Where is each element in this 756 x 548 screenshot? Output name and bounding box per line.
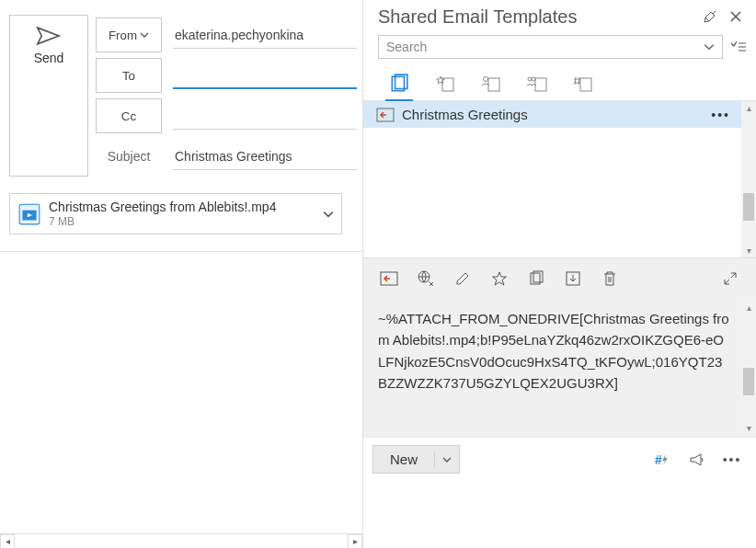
horizontal-scrollbar[interactable]: ◂ ▸ (0, 533, 362, 548)
attachment-size: 7 MB (49, 215, 276, 228)
copy-icon[interactable] (525, 268, 547, 290)
panel-title: Shared Email Templates (378, 6, 577, 28)
chevron-down-icon (140, 32, 149, 38)
panel-footer: New # ••• (363, 437, 756, 481)
scroll-down-icon[interactable]: ▾ (747, 245, 751, 256)
subject-row: Subject (96, 136, 357, 177)
send-label: Send (34, 51, 64, 65)
import-icon[interactable] (562, 268, 584, 290)
preview-toolbar (363, 257, 756, 299)
video-file-icon (17, 202, 41, 226)
scroll-up-icon[interactable]: ▴ (747, 301, 751, 315)
template-more-icon[interactable]: ••• (711, 108, 730, 122)
svg-rect-11 (535, 78, 546, 91)
from-button[interactable]: From (96, 17, 162, 52)
tab-favorites[interactable] (431, 68, 459, 101)
hash-bolt-icon[interactable]: # (651, 449, 673, 471)
megaphone-icon[interactable] (686, 449, 708, 471)
tab-personal[interactable] (477, 68, 505, 101)
scroll-thumb[interactable] (743, 193, 754, 221)
compose-header: Send From To Cc (0, 0, 362, 184)
globe-pen-icon[interactable] (415, 268, 437, 290)
template-preview: ~%ATTACH_FROM_ONEDRIVE[Christmas Greetin… (363, 299, 756, 437)
svg-line-2 (713, 11, 716, 14)
delete-icon[interactable] (599, 268, 621, 290)
svg-point-13 (532, 77, 535, 81)
svg-point-12 (528, 77, 532, 81)
pin-icon[interactable] (699, 6, 721, 28)
scroll-thumb[interactable] (743, 368, 754, 395)
search-input[interactable]: Search (378, 35, 723, 59)
template-reply-icon (376, 108, 395, 122)
to-field[interactable] (173, 62, 357, 89)
scroll-track[interactable] (15, 537, 348, 546)
list-scrollbar[interactable]: ▴ ▾ (741, 101, 756, 257)
from-row: From (96, 15, 357, 55)
tab-all-templates[interactable] (385, 68, 413, 101)
to-btn-label: To (122, 69, 135, 83)
attachment-menu-chevron-icon[interactable] (323, 211, 334, 218)
scroll-left-icon[interactable]: ◂ (0, 534, 15, 549)
compose-pane: Send From To Cc (0, 0, 363, 548)
panel-header: Shared Email Templates (363, 0, 756, 29)
message-body[interactable] (0, 251, 362, 548)
close-icon[interactable] (725, 6, 747, 28)
scroll-down-icon[interactable]: ▾ (747, 421, 751, 436)
more-icon[interactable]: ••• (721, 449, 743, 471)
scroll-up-icon[interactable]: ▴ (747, 103, 751, 113)
template-name: Christmas Greetings (402, 107, 528, 122)
category-tabs (363, 64, 756, 101)
subject-label: Subject (96, 149, 162, 164)
svg-rect-8 (442, 78, 453, 91)
preview-scrollbar[interactable]: ▴ ▾ (741, 299, 756, 437)
new-button-label: New (373, 446, 434, 473)
send-icon (36, 27, 62, 45)
templates-list: Christmas Greetings ••• ▴ ▾ (363, 101, 756, 257)
attachment-item[interactable]: Christmas Greetings from Ablebits!.mp4 7… (9, 193, 342, 234)
to-button[interactable]: To (96, 58, 162, 93)
header-fields: From To Cc Subject (96, 15, 357, 177)
to-row: To (96, 55, 357, 96)
cc-btn-label: Cc (121, 109, 136, 123)
insert-icon[interactable] (378, 268, 400, 290)
attachment-info: Christmas Greetings from Ablebits!.mp4 7… (49, 200, 276, 228)
templates-pane: Shared Email Templates Search (363, 0, 756, 548)
tab-hashtag[interactable] (569, 68, 597, 101)
expand-icon[interactable] (719, 268, 741, 290)
favorite-star-icon[interactable] (488, 268, 510, 290)
search-placeholder: Search (386, 40, 704, 54)
send-button[interactable]: Send (9, 15, 88, 177)
search-row: Search (363, 29, 756, 64)
subject-field[interactable] (173, 143, 357, 170)
chevron-down-icon (704, 43, 715, 51)
from-field[interactable] (173, 22, 357, 49)
new-button-chevron-icon[interactable] (434, 451, 459, 468)
scroll-right-icon[interactable]: ▸ (348, 534, 362, 549)
attachments-area: Christmas Greetings from Ablebits!.mp4 7… (0, 184, 362, 244)
tab-team[interactable] (523, 68, 551, 101)
svg-rect-14 (580, 78, 591, 91)
new-button[interactable]: New (372, 445, 460, 474)
cc-field[interactable] (173, 103, 357, 130)
svg-rect-9 (488, 78, 499, 91)
preview-text: ~%ATTACH_FROM_ONEDRIVE[Christmas Greetin… (378, 308, 730, 394)
selection-options-icon[interactable] (730, 40, 747, 53)
cc-row: Cc (96, 96, 357, 136)
cc-button[interactable]: Cc (96, 98, 162, 133)
edit-icon[interactable] (452, 268, 474, 290)
attachment-name: Christmas Greetings from Ablebits!.mp4 (49, 200, 276, 215)
svg-point-10 (484, 77, 488, 82)
template-item[interactable]: Christmas Greetings ••• (363, 101, 756, 128)
from-btn-label: From (109, 29, 137, 42)
